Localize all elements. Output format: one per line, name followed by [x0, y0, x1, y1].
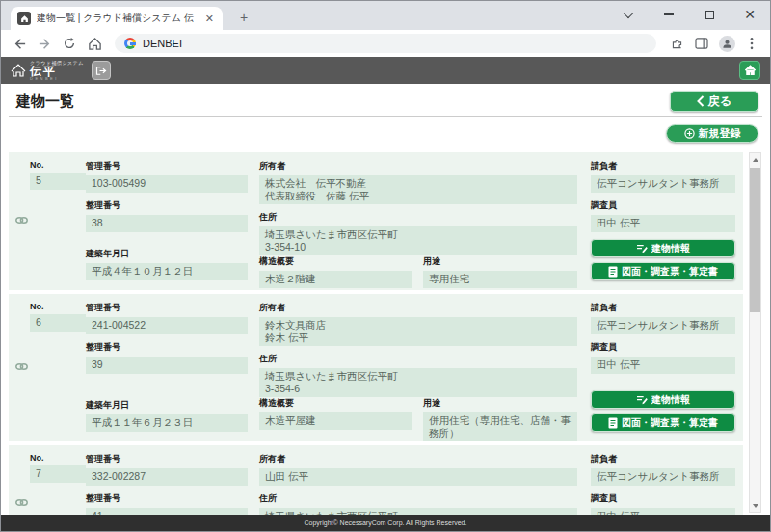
contractor-value: 伝平コンサルタント事務所 — [591, 317, 735, 334]
title-divider — [9, 116, 762, 117]
built-value: 平成４年１０月１２日 — [86, 263, 248, 280]
building-info-label: 建物情報 — [651, 393, 690, 407]
built-value: 平成１１年６月２３日 — [86, 414, 248, 432]
denbei-house-icon — [11, 64, 26, 77]
footer-copyright: Copyright© NecessaryCom Corp. All Rights… — [1, 515, 770, 531]
building-record: No. 6 管理番号 241-004522 整理番号 39 建築年月日 平成１１… — [9, 294, 743, 441]
address-value: 埼玉県さいたま市西区伝平町 3-355-1 — [259, 508, 577, 515]
seiri-label: 整理番号 — [86, 200, 248, 212]
building-info-label: 建物情報 — [651, 242, 690, 255]
logo-sub-name: DENBEI — [30, 77, 84, 81]
kanri-value: 103-005499 — [86, 175, 248, 193]
investigator-value: 田中 伝平 — [591, 215, 735, 232]
no-value: 5 — [30, 173, 86, 190]
back-icon[interactable] — [9, 33, 30, 54]
documents-button[interactable]: 図面・調査票・算定書 — [591, 262, 735, 280]
seiri-label: 整理番号 — [86, 492, 248, 505]
chevron-left-icon — [697, 95, 705, 107]
browser-tab[interactable]: 建物一覧 | クラウド補償システム 伝 ✕ — [11, 7, 223, 30]
usage-label: 用途 — [423, 255, 577, 268]
contractor-label: 請負者 — [591, 302, 735, 314]
owner-value: 株式会社 伝平不動産 代表取締役 佐藤 伝平 — [259, 175, 577, 204]
owner-value: 鈴木文具商店 鈴木 伝平 — [259, 317, 577, 346]
owner-label: 所有者 — [259, 160, 577, 173]
new-registration-label: 新規登録 — [699, 126, 741, 141]
document-icon — [608, 417, 618, 429]
profile-avatar[interactable] — [716, 33, 737, 54]
browser-toolbar: DENBEI — [1, 30, 770, 57]
contractor-label: 請負者 — [591, 160, 735, 173]
contractor-value: 伝平コンサルタント事務所 — [591, 175, 735, 193]
investigator-label: 調査員 — [591, 341, 735, 354]
scroll-down-icon[interactable] — [750, 499, 760, 512]
structure-label: 構造概要 — [259, 255, 412, 268]
scroll-up-icon[interactable] — [750, 153, 760, 166]
contractor-value: 伝平コンサルタント事務所 — [591, 468, 735, 486]
app-header: クラウド補償システム 伝平 DENBEI — [1, 57, 770, 84]
logout-button[interactable] — [92, 61, 111, 80]
document-icon — [608, 266, 618, 278]
address-label: 住所 — [259, 211, 577, 224]
scrollbar-thumb[interactable] — [750, 168, 760, 312]
forward-icon[interactable] — [34, 33, 55, 54]
kanri-label: 管理番号 — [86, 453, 248, 466]
building-info-button[interactable]: 建物情報 — [591, 239, 735, 257]
link-icon[interactable] — [15, 498, 28, 507]
app-home-button[interactable] — [739, 61, 760, 80]
no-label: No. — [30, 453, 86, 463]
page-title: 建物一覧 — [16, 93, 74, 111]
reload-icon[interactable] — [59, 33, 80, 54]
address-label: 住所 — [259, 492, 577, 505]
built-label: 建築年月日 — [86, 248, 248, 260]
address-value: 埼玉県さいたま市西区伝平町 3-354-6 — [259, 368, 577, 397]
no-label: No. — [30, 160, 86, 170]
usage-value: 専用住宅 — [423, 271, 577, 288]
usage-label: 用途 — [423, 397, 577, 410]
no-value: 7 — [30, 466, 86, 483]
new-tab-button[interactable]: + — [234, 9, 253, 28]
structure-value: 木造平屋建 — [259, 412, 412, 430]
browser-window: 建物一覧 | クラウド補償システム 伝 ✕ + ✕ DENBEI — [0, 0, 771, 532]
window-controls: ✕ — [608, 1, 770, 28]
link-icon[interactable] — [15, 216, 28, 225]
browser-tab-bar: 建物一覧 | クラウド補償システム 伝 ✕ + ✕ — [1, 1, 770, 30]
new-registration-button[interactable]: 新規登録 — [666, 124, 758, 143]
menu-kebab-icon[interactable] — [741, 33, 762, 54]
building-record: No. 5 管理番号 103-005499 整理番号 38 建築年月日 平成４年… — [9, 152, 743, 290]
close-button[interactable]: ✕ — [730, 1, 770, 28]
tab-search-icon[interactable] — [608, 1, 649, 28]
back-button-label: 戻る — [708, 93, 731, 110]
building-list: No. 5 管理番号 103-005499 整理番号 38 建築年月日 平成４年… — [9, 152, 743, 515]
minimize-button[interactable] — [649, 1, 689, 28]
app-logo: クラウド補償システム 伝平 DENBEI — [11, 61, 84, 81]
list-scrollbar[interactable] — [749, 152, 761, 513]
maximize-button[interactable] — [689, 1, 730, 28]
back-button[interactable]: 戻る — [670, 91, 758, 112]
side-panel-icon[interactable] — [691, 33, 712, 54]
usage-value: 併用住宅（専用住宅、店舗・事務所） — [423, 412, 577, 441]
tab-close-icon[interactable]: ✕ — [203, 13, 216, 25]
denbei-favicon-icon — [17, 12, 31, 25]
tab-title: 建物一覧 | クラウド補償システム 伝 — [37, 12, 198, 25]
address-label: 住所 — [259, 353, 577, 365]
kanri-value: 241-004522 — [86, 317, 248, 334]
logout-icon — [95, 66, 107, 76]
home-icon[interactable] — [84, 33, 105, 54]
built-label: 建築年月日 — [86, 399, 248, 412]
documents-label: 図面・調査票・算定書 — [622, 265, 718, 279]
kanri-label: 管理番号 — [86, 160, 248, 173]
seiri-label: 整理番号 — [86, 341, 248, 354]
logo-main-name: 伝平 — [30, 66, 84, 77]
url-bar[interactable]: DENBEI — [115, 34, 656, 53]
investigator-value: 田中 伝平 — [591, 357, 735, 374]
extensions-icon[interactable] — [666, 33, 687, 54]
list-edit-icon — [636, 244, 648, 253]
no-label: No. — [30, 302, 86, 311]
link-icon[interactable] — [15, 362, 28, 371]
owner-label: 所有者 — [259, 453, 577, 466]
investigator-value: 田中 伝平 — [591, 508, 735, 515]
building-info-button[interactable]: 建物情報 — [591, 390, 735, 409]
no-value: 6 — [30, 314, 86, 332]
documents-button[interactable]: 図面・調査票・算定書 — [591, 413, 735, 432]
investigator-label: 調査員 — [591, 492, 735, 505]
